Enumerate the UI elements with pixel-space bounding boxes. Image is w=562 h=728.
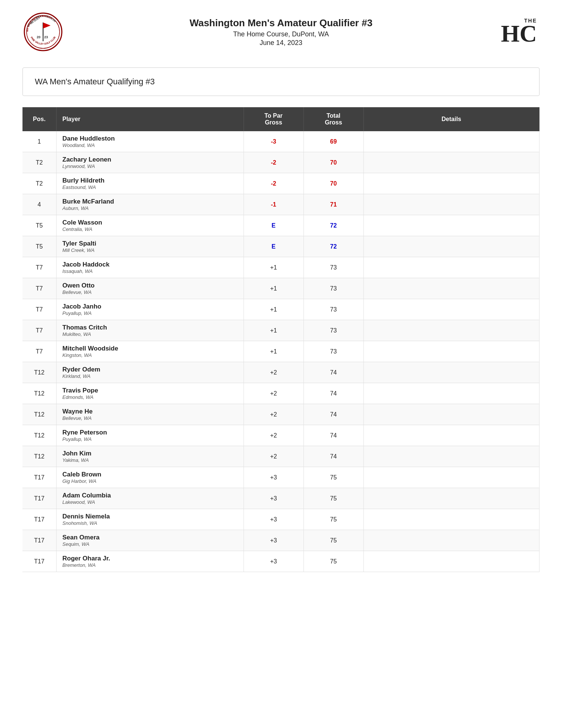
cell-details[interactable] [363, 404, 540, 425]
cell-details[interactable] [363, 425, 540, 446]
player-location: Kirkland, WA [63, 373, 239, 379]
player-name: Mitchell Woodside [63, 345, 239, 352]
cell-player: Jacob JanhoPuyallup, WA [56, 299, 244, 320]
left-logo: WA GOLF WA GOLF MEN'S AMATEUR WA GOLF ME… [22, 11, 64, 52]
player-location: Snohomish, WA [63, 520, 239, 526]
table-row: T12Travis PopeEdmonds, WA+274 [22, 383, 540, 404]
cell-total: 70 [303, 152, 363, 173]
player-name: Cole Wasson [63, 219, 239, 226]
player-location: Auburn, WA [63, 205, 239, 211]
cell-player: Dane HuddlestonWoodland, WA [56, 131, 244, 152]
cell-pos: T12 [22, 383, 56, 404]
player-location: Puyallup, WA [63, 436, 239, 442]
table-header-row: Pos. Player To ParGross TotalGross Detai… [22, 107, 540, 131]
cell-details[interactable] [363, 446, 540, 467]
hc-letters: HC [501, 22, 537, 46]
cell-pos: T12 [22, 446, 56, 467]
player-name: Burke McFarland [63, 198, 239, 205]
player-location: Centralia, WA [63, 226, 239, 232]
player-name: Ryder Odem [63, 366, 239, 373]
player-name: Wayne He [63, 408, 239, 415]
table-row: T7Jacob HaddockIssaquah, WA+173 [22, 257, 540, 278]
cell-details[interactable] [363, 131, 540, 152]
cell-details[interactable] [363, 173, 540, 194]
cell-total: 74 [303, 446, 363, 467]
cell-details[interactable] [363, 383, 540, 404]
event-date: June 14, 2023 [190, 39, 372, 47]
cell-to-par: -3 [244, 131, 303, 152]
cell-details[interactable] [363, 341, 540, 362]
player-name: Tyler Spalti [63, 240, 239, 247]
cell-details[interactable] [363, 488, 540, 509]
cell-details[interactable] [363, 194, 540, 215]
cell-player: Burly HildrethEastsound, WA [56, 173, 244, 194]
table-row: 1Dane HuddlestonWoodland, WA-369 [22, 131, 540, 152]
table-row: T12Wayne HeBellevue, WA+274 [22, 404, 540, 425]
cell-pos: T7 [22, 299, 56, 320]
cell-to-par: -2 [244, 173, 303, 194]
player-location: Puyallup, WA [63, 310, 239, 316]
cell-total: 75 [303, 551, 363, 572]
table-row: T17Adam ColumbiaLakewood, WA+375 [22, 488, 540, 509]
svg-text:23: 23 [44, 35, 48, 39]
cell-total: 72 [303, 236, 363, 257]
cell-player: Roger Ohara Jr.Bremerton, WA [56, 551, 244, 572]
player-location: Gig Harbor, WA [63, 478, 239, 484]
cell-total: 74 [303, 362, 363, 383]
cell-player: Burke McFarlandAuburn, WA [56, 194, 244, 215]
cell-details[interactable] [363, 467, 540, 488]
cell-details[interactable] [363, 530, 540, 551]
player-location: Mukilteo, WA [63, 331, 239, 337]
cell-total: 69 [303, 131, 363, 152]
table-row: T7Mitchell WoodsideKingston, WA+173 [22, 341, 540, 362]
cell-player: Adam ColumbiaLakewood, WA [56, 488, 244, 509]
cell-details[interactable] [363, 509, 540, 530]
player-location: Eastsound, WA [63, 184, 239, 190]
cell-pos: T12 [22, 425, 56, 446]
cell-pos: T17 [22, 530, 56, 551]
cell-to-par: -2 [244, 152, 303, 173]
page-wrapper: WA GOLF WA GOLF MEN'S AMATEUR WA GOLF ME… [0, 0, 562, 583]
cell-pos: T7 [22, 341, 56, 362]
cell-to-par: -1 [244, 194, 303, 215]
table-row: T5Tyler SpaltiMill Creek, WAE72 [22, 236, 540, 257]
cell-total: 73 [303, 341, 363, 362]
cell-details[interactable] [363, 362, 540, 383]
cell-player: Mitchell WoodsideKingston, WA [56, 341, 244, 362]
cell-details[interactable] [363, 551, 540, 572]
cell-pos: T17 [22, 467, 56, 488]
player-name: John Kim [63, 450, 239, 457]
player-name: Dennis Niemela [63, 513, 239, 520]
right-logo: THE HC [498, 11, 540, 52]
table-row: T12Ryne PetersonPuyallup, WA+274 [22, 425, 540, 446]
cell-to-par: +1 [244, 341, 303, 362]
cell-to-par: +2 [244, 383, 303, 404]
table-row: T17Roger Ohara Jr.Bremerton, WA+375 [22, 551, 540, 572]
player-name: Adam Columbia [63, 492, 239, 499]
player-name: Roger Ohara Jr. [63, 555, 239, 562]
table-row: T17Caleb BrownGig Harbor, WA+375 [22, 467, 540, 488]
cell-details[interactable] [363, 215, 540, 236]
cell-details[interactable] [363, 299, 540, 320]
table-row: T12John KimYakima, WA+274 [22, 446, 540, 467]
cell-details[interactable] [363, 278, 540, 299]
player-name: Zachary Leonen [63, 156, 239, 163]
cell-to-par: +1 [244, 257, 303, 278]
player-name: Ryne Peterson [63, 429, 239, 436]
table-row: T17Sean OmeraSequim, WA+375 [22, 530, 540, 551]
cell-total: 74 [303, 425, 363, 446]
svg-text:20: 20 [37, 35, 40, 39]
cell-pos: T7 [22, 257, 56, 278]
cell-to-par: +1 [244, 299, 303, 320]
cell-details[interactable] [363, 257, 540, 278]
player-location: Mill Creek, WA [63, 247, 239, 253]
cell-pos: T5 [22, 236, 56, 257]
cell-details[interactable] [363, 152, 540, 173]
cell-details[interactable] [363, 236, 540, 257]
player-name: Caleb Brown [63, 471, 239, 478]
cell-to-par: E [244, 236, 303, 257]
player-name: Travis Pope [63, 387, 239, 394]
cell-details[interactable] [363, 320, 540, 341]
table-row: T7Owen OttoBellevue, WA+173 [22, 278, 540, 299]
player-name: Sean Omera [63, 534, 239, 541]
